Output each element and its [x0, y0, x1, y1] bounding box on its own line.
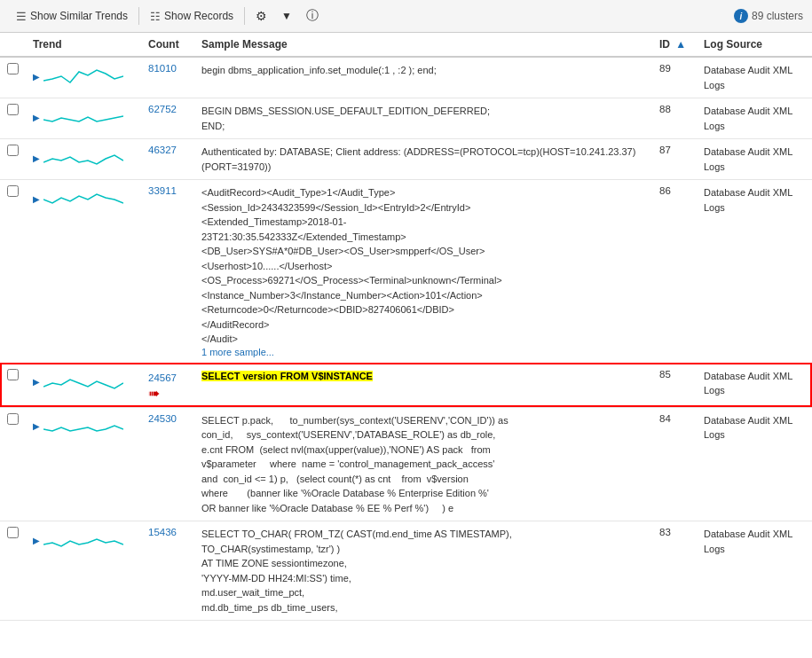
table-row: ▶ 15436SELECT TO_CHAR( FROM_TZ( CAST(md.…: [0, 521, 812, 621]
sparkline: [43, 527, 123, 553]
count-value[interactable]: 81010: [148, 63, 177, 74]
col-header-trend: Trend: [26, 33, 141, 57]
help-button[interactable]: ⓘ: [299, 5, 326, 27]
sample-message: begin dbms_application_info.set_module(:…: [201, 63, 645, 78]
chevron-down-icon: ▼: [281, 10, 292, 22]
col-header-message: Sample Message: [194, 33, 652, 57]
toolbar-divider-2: [244, 7, 245, 25]
show-records-button[interactable]: ☷ Show Records: [143, 7, 240, 26]
sparkline: [43, 369, 123, 396]
gear-icon: ⚙: [256, 9, 267, 23]
log-source: Database Audit XML Logs: [704, 106, 792, 131]
log-source: Database Audit XML Logs: [704, 146, 792, 172]
toolbar-divider-1: [138, 7, 139, 25]
sparkline: [43, 63, 123, 90]
sparkline: [43, 185, 123, 212]
log-source: Database Audit XML Logs: [704, 187, 792, 213]
row-id: 84: [652, 407, 697, 521]
expand-row-arrow[interactable]: ▶: [33, 536, 40, 545]
table-row: ▶ 24567 ➠SELECT version FROM V$INSTANCE8…: [0, 363, 812, 407]
count-value[interactable]: 46327: [148, 145, 177, 155]
results-table: Trend Count Sample Message ID ▲ Log Sour…: [0, 33, 812, 621]
sample-message: SELECT version FROM V$INSTANCE: [201, 369, 645, 384]
help-icon: ⓘ: [306, 8, 319, 24]
count-value[interactable]: 24567: [148, 372, 177, 383]
more-samples-link[interactable]: 1 more sample...: [201, 347, 645, 357]
dropdown-button[interactable]: ▼: [274, 7, 299, 25]
log-source: Database Audit XML Logs: [704, 529, 792, 554]
expand-row-arrow[interactable]: ▶: [33, 421, 40, 431]
expand-row-arrow[interactable]: ▶: [33, 194, 40, 204]
count-value[interactable]: 33911: [148, 185, 177, 196]
log-source: Database Audit XML Logs: [704, 415, 792, 441]
table-body: ▶ 81010begin dbms_application_info.set_m…: [0, 57, 812, 621]
show-similar-trends-button[interactable]: ☰ Show Similar Trends: [9, 7, 135, 26]
table-row: ▶ 62752BEGIN DBMS_SESSION.USE_DEFAULT_ED…: [0, 98, 812, 139]
show-similar-trends-label: Show Similar Trends: [30, 10, 128, 22]
log-source: Database Audit XML Logs: [704, 65, 792, 90]
col-header-id[interactable]: ID ▲: [652, 33, 697, 57]
row-checkbox[interactable]: [7, 369, 19, 380]
cursor-indicator: ➠: [148, 386, 160, 401]
row-id: 87: [652, 139, 697, 180]
info-icon: i: [734, 9, 748, 23]
row-id: 85: [652, 363, 697, 407]
sample-message: SELECT TO_CHAR( FROM_TZ( CAST(md.end_tim…: [201, 527, 645, 615]
count-value[interactable]: 62752: [148, 104, 177, 114]
sample-message: Authenticated by: DATABASE; Client addre…: [201, 145, 645, 174]
table-row: ▶ 33911<AuditRecord><Audit_Type>1</Audit…: [0, 180, 812, 364]
sample-message: BEGIN DBMS_SESSION.USE_DEFAULT_EDITION_D…: [201, 104, 645, 133]
toolbar: ☰ Show Similar Trends ☷ Show Records ⚙ ▼…: [0, 0, 812, 33]
row-id: 88: [652, 98, 697, 139]
row-checkbox[interactable]: [7, 527, 19, 538]
row-checkbox[interactable]: [7, 145, 19, 156]
row-id: 86: [652, 180, 697, 364]
table-header-row: Trend Count Sample Message ID ▲ Log Sour…: [0, 33, 812, 57]
log-source: Database Audit XML Logs: [704, 371, 792, 396]
settings-button[interactable]: ⚙: [248, 6, 274, 26]
clusters-count: 89 clusters: [752, 10, 803, 22]
expand-row-arrow[interactable]: ▶: [33, 153, 40, 163]
row-id: 89: [652, 57, 697, 98]
expand-row-arrow[interactable]: ▶: [33, 377, 40, 387]
count-value[interactable]: 15436: [148, 527, 177, 537]
sample-message: SELECT p.pack, to_number(sys_context('US…: [201, 413, 645, 516]
col-header-logsource: Log Source: [697, 33, 812, 57]
table-row: ▶ 46327Authenticated by: DATABASE; Clien…: [0, 139, 812, 180]
count-value[interactable]: 24530: [148, 413, 177, 424]
table-row: ▶ 81010begin dbms_application_info.set_m…: [0, 57, 812, 98]
sort-arrow-up: ▲: [675, 38, 686, 51]
col-header-check: [0, 33, 26, 57]
row-checkbox[interactable]: [7, 413, 19, 425]
sparkline: [43, 104, 123, 130]
row-checkbox[interactable]: [7, 63, 19, 74]
row-id: 83: [652, 521, 697, 621]
col-header-count: Count: [141, 33, 194, 57]
row-checkbox[interactable]: [7, 185, 19, 197]
sparkline: [43, 413, 123, 440]
records-icon: ☷: [150, 10, 161, 23]
row-checkbox[interactable]: [7, 104, 19, 115]
expand-row-arrow[interactable]: ▶: [33, 113, 40, 122]
clusters-info: i 89 clusters: [734, 9, 803, 23]
table-row: ▶ 24530SELECT p.pack, to_number(sys_cont…: [0, 407, 812, 521]
sparkline: [43, 145, 123, 171]
show-records-label: Show Records: [164, 10, 233, 22]
results-table-container: Trend Count Sample Message ID ▲ Log Sour…: [0, 33, 812, 621]
sample-message: <AuditRecord><Audit_Type>1</Audit_Type> …: [201, 185, 645, 347]
similar-trends-icon: ☰: [16, 10, 27, 23]
expand-row-arrow[interactable]: ▶: [33, 72, 40, 82]
